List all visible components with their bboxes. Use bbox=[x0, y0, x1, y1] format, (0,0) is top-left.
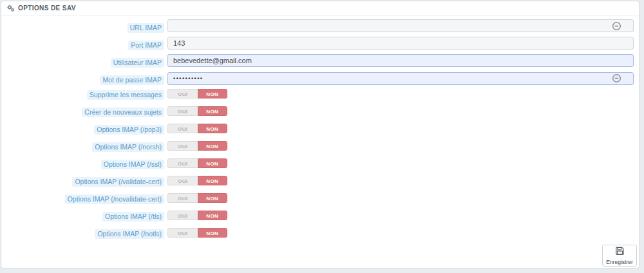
form-row: Supprime les messages OUI NON bbox=[1, 89, 639, 99]
field-label: Mot de passe IMAP bbox=[100, 75, 164, 85]
switch-oui-option[interactable]: OUI bbox=[167, 106, 198, 116]
yes-no-switch: OUI NON bbox=[167, 89, 227, 99]
save-button-label: Enregistrer bbox=[606, 259, 633, 265]
text-input[interactable] bbox=[167, 72, 634, 85]
cogs-icon bbox=[6, 5, 15, 12]
imap-settings-form: URL IMAP Port IMAP bbox=[1, 15, 639, 238]
switch-oui-option[interactable]: OUI bbox=[167, 141, 198, 151]
panel-header: OPTIONS DE SAV bbox=[1, 1, 639, 15]
form-row: Options IMAP (/tls) OUI NON bbox=[1, 211, 639, 220]
password-manager-icon[interactable] bbox=[612, 21, 621, 31]
switch-oui-option[interactable]: OUI bbox=[167, 228, 198, 238]
form-row: Options IMAP (/pop3) OUI NON bbox=[1, 124, 639, 133]
form-row: Créer de nouveaux sujets OUI NON bbox=[1, 106, 639, 116]
yes-no-switch: OUI NON bbox=[167, 141, 227, 151]
switch-oui-option[interactable]: OUI bbox=[167, 211, 198, 220]
form-row: URL IMAP bbox=[1, 19, 639, 32]
form-row: Mot de passe IMAP bbox=[1, 71, 639, 84]
switch-oui-option[interactable]: OUI bbox=[167, 176, 198, 185]
save-button[interactable]: Enregistrer bbox=[602, 245, 637, 267]
text-input[interactable] bbox=[167, 19, 634, 32]
form-row: Options IMAP (/norsh) OUI NON bbox=[1, 141, 639, 151]
switch-non-option[interactable]: NON bbox=[198, 89, 228, 99]
switch-oui-option[interactable]: OUI bbox=[167, 193, 198, 203]
switch-non-option[interactable]: NON bbox=[198, 228, 228, 238]
field-label: Options IMAP (/tls) bbox=[102, 212, 164, 221]
switch-non-option[interactable]: NON bbox=[198, 124, 228, 133]
field-label: Options IMAP (/ssl) bbox=[101, 160, 164, 169]
form-row: Options IMAP (/validate-cert) OUI NON bbox=[1, 176, 639, 185]
floppy-disk-icon bbox=[615, 246, 625, 258]
field-label: Supprime les messages bbox=[87, 90, 164, 100]
switch-field-rows: Supprime les messages OUI NON Créer de n… bbox=[1, 89, 639, 238]
yes-no-switch: OUI NON bbox=[167, 211, 227, 220]
text-input[interactable] bbox=[167, 54, 634, 67]
yes-no-switch: OUI NON bbox=[167, 124, 227, 133]
yes-no-switch: OUI NON bbox=[167, 158, 227, 168]
switch-non-option[interactable]: NON bbox=[198, 193, 228, 203]
field-label: Options IMAP (/norsh) bbox=[92, 142, 164, 152]
switch-oui-option[interactable]: OUI bbox=[167, 124, 198, 133]
switch-non-option[interactable]: NON bbox=[198, 106, 228, 116]
yes-no-switch: OUI NON bbox=[167, 193, 227, 203]
text-field-rows: URL IMAP Port IMAP bbox=[1, 19, 639, 84]
form-row: Options IMAP (/ssl) OUI NON bbox=[1, 158, 639, 168]
field-label: Utilisateur IMAP bbox=[111, 58, 164, 68]
field-label: Port IMAP bbox=[128, 41, 164, 50]
password-manager-icon[interactable] bbox=[612, 73, 621, 83]
options-panel: OPTIONS DE SAV URL IMAP Port IMAP bbox=[1, 1, 639, 268]
switch-non-option[interactable]: NON bbox=[198, 158, 228, 168]
field-label: Options IMAP (/novalidate-cert) bbox=[65, 194, 164, 204]
field-label: Options IMAP (/validate-cert) bbox=[72, 177, 164, 187]
field-label: Options IMAP (/pop3) bbox=[94, 125, 164, 135]
field-label: Options IMAP (/notls) bbox=[95, 229, 164, 239]
switch-non-option[interactable]: NON bbox=[198, 141, 228, 151]
form-row: Options IMAP (/novalidate-cert) OUI NON bbox=[1, 193, 639, 203]
yes-no-switch: OUI NON bbox=[167, 228, 227, 238]
form-row: Options IMAP (/notls) OUI NON bbox=[1, 228, 639, 238]
panel-title: OPTIONS DE SAV bbox=[18, 5, 76, 12]
sav-options-page: OPTIONS DE SAV URL IMAP Port IMAP bbox=[0, 0, 644, 273]
yes-no-switch: OUI NON bbox=[167, 106, 227, 116]
switch-oui-option[interactable]: OUI bbox=[167, 158, 198, 168]
text-input[interactable] bbox=[167, 37, 634, 50]
switch-non-option[interactable]: NON bbox=[198, 211, 228, 220]
form-row: Utilisateur IMAP bbox=[1, 54, 639, 67]
switch-non-option[interactable]: NON bbox=[198, 176, 228, 185]
yes-no-switch: OUI NON bbox=[167, 176, 227, 185]
form-row: Port IMAP bbox=[1, 37, 639, 50]
field-label: URL IMAP bbox=[128, 23, 164, 33]
switch-oui-option[interactable]: OUI bbox=[167, 89, 198, 99]
field-label: Créer de nouveaux sujets bbox=[82, 108, 164, 117]
